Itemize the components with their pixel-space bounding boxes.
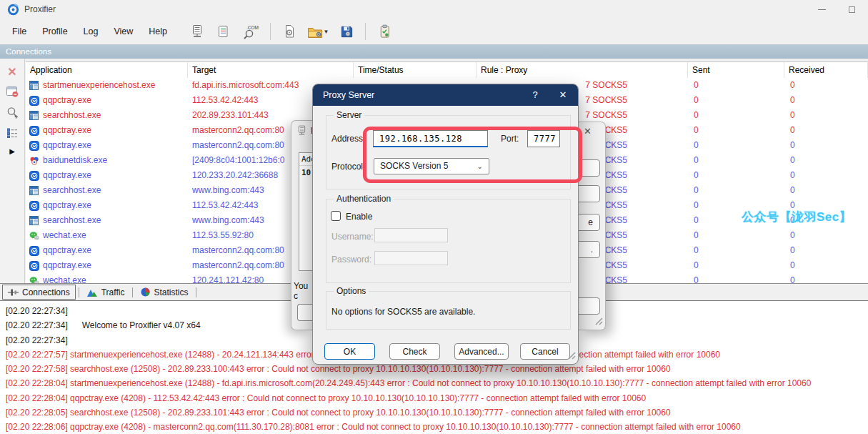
application-cell: qqpctray.exe	[26, 243, 188, 258]
advanced-button[interactable]: Advanced...	[454, 343, 509, 360]
proxy-list-entry-fragment[interactable]: 10	[299, 166, 312, 177]
rules-icon[interactable]	[375, 23, 394, 40]
application-cell: baidunetdisk.exe	[26, 153, 188, 168]
enable-auth-checkbox[interactable]	[331, 211, 341, 221]
menu-items: FileProfileLogViewHelp	[4, 24, 175, 39]
close-connections-icon[interactable]: ✕	[7, 67, 16, 77]
new-profile-icon[interactable]	[280, 23, 299, 40]
application-name: searchhost.exe	[43, 108, 101, 123]
column-header-rule-proxy[interactable]: Rule : Proxy	[477, 62, 688, 78]
application-cell: searchhost.exe	[26, 183, 188, 198]
proxy-servers-button-sliver[interactable]	[579, 297, 600, 315]
application-name: wechat.exe	[43, 273, 86, 283]
proxy-servers-icon[interactable]	[188, 23, 206, 40]
dialog-help-button[interactable]: ?	[529, 89, 541, 100]
column-header-target[interactable]: Target	[188, 62, 354, 78]
minimize-button[interactable]	[811, 3, 832, 16]
received-cell: 0	[784, 123, 868, 138]
details-list-icon[interactable]	[7, 128, 18, 138]
maximize-button[interactable]	[841, 3, 862, 16]
column-header-application[interactable]: Application	[26, 62, 188, 78]
toolbar-separator	[365, 23, 366, 40]
proxy-servers-button-sliver[interactable]: .	[579, 241, 600, 258]
cancel-button[interactable]: Cancel	[520, 343, 570, 360]
address-input[interactable]	[373, 130, 488, 147]
tab-separator	[196, 287, 196, 297]
log-icon[interactable]	[214, 23, 232, 40]
proxy-servers-button-sliver[interactable]	[297, 304, 312, 321]
application-name: qqpctray.exe	[43, 123, 91, 138]
received-cell: 0	[784, 258, 868, 273]
log-line: [02.20 22:28:05] searchhost.exe (12508) …	[0, 405, 868, 420]
menu-log[interactable]: Log	[76, 24, 106, 39]
received-cell: 0	[784, 138, 868, 153]
window-icon	[29, 111, 39, 121]
ok-button[interactable]: OK	[324, 343, 375, 360]
username-label: Username:	[331, 232, 374, 242]
proxy-servers-close-icon[interactable]: ✕	[584, 126, 592, 137]
menu-view[interactable]: View	[106, 24, 141, 39]
menu-help[interactable]: Help	[141, 24, 175, 39]
search-plus-icon[interactable]	[6, 107, 19, 119]
proxy-server-list-sliver[interactable]: Add 10	[299, 152, 312, 271]
watermark-text: 公众号【泷羽Sec】	[742, 209, 852, 225]
username-input[interactable]	[374, 228, 448, 242]
dialog-close-button[interactable]: ✕	[557, 89, 569, 100]
column-header-sent[interactable]: Sent	[688, 62, 784, 78]
enable-auth-label: Enable	[346, 212, 372, 222]
remove-window-icon[interactable]	[6, 87, 19, 97]
dialog-resize-grip-icon[interactable]	[567, 351, 576, 362]
rule-proxy-visible-fragment: CKS5	[605, 138, 627, 153]
qq-shield-icon	[29, 261, 39, 271]
sent-cell: 0	[688, 183, 784, 198]
qq-shield-icon	[29, 201, 39, 211]
menu-profile[interactable]: Profile	[34, 24, 75, 39]
received-cell: 0	[784, 273, 868, 283]
proxy-servers-button-sliver[interactable]	[579, 185, 600, 202]
protocol-dropdown[interactable]: SOCKS Version 5 ⌄	[374, 158, 489, 174]
application-cell: qqpctray.exe	[26, 198, 188, 213]
chevron-down-icon: ⌄	[477, 159, 483, 174]
log-line: [02.20 22:28:06] qqpctray.exe (4208) - m…	[0, 420, 868, 434]
resume-icon[interactable]: ▶	[9, 147, 15, 155]
open-profile-dropdown-icon[interactable]: ▼	[324, 29, 329, 35]
tab-traffic[interactable]: Traffic	[82, 285, 130, 300]
dns-lookup-icon[interactable]: .COM	[239, 23, 261, 40]
options-text: No options for SOCKS5 are available.	[331, 307, 475, 317]
rule-proxy-visible-fragment: 7 SOCKS5	[585, 108, 627, 123]
tab-separator	[132, 287, 133, 297]
tab-connections[interactable]: Connections	[2, 285, 76, 300]
button-label-fragment: e	[588, 217, 593, 227]
save-profile-icon[interactable]	[337, 23, 356, 40]
menu-file[interactable]: File	[4, 24, 34, 39]
server-group: Server	[326, 115, 571, 189]
proxy-servers-button-sliver[interactable]	[579, 159, 600, 177]
received-cell: 0	[784, 153, 868, 168]
check-button[interactable]: Check	[389, 343, 440, 360]
proxifier-logo-icon	[7, 4, 19, 16]
column-header-time-status[interactable]: Time/Status	[354, 62, 477, 78]
toolbar: .COM ▼	[188, 23, 394, 40]
resize-grip-icon[interactable]	[594, 317, 603, 327]
proxy-server-dialog: Proxy Server ? ✕ Server Address: Port: P…	[312, 84, 579, 365]
application-name: baidunetdisk.exe	[43, 153, 107, 168]
baidu-netdisk-icon	[29, 156, 39, 166]
traffic-icon	[87, 288, 98, 297]
maximize-icon	[849, 6, 855, 13]
wechat-icon	[29, 231, 39, 241]
dialog-title: Proxy Server	[323, 90, 374, 100]
proxy-servers-button-sliver[interactable]: e	[579, 214, 600, 231]
rule-proxy-visible-fragment: CKS5	[605, 183, 627, 198]
column-header-received[interactable]: Received	[784, 62, 868, 78]
password-input[interactable]	[374, 251, 448, 265]
port-input[interactable]	[527, 130, 560, 147]
statistics-icon	[141, 287, 150, 297]
proxy-servers-note-fragment: You c	[294, 281, 312, 301]
application-cell: searchhost.exe	[26, 108, 188, 123]
tab-statistics[interactable]: Statistics	[136, 285, 193, 300]
sent-cell: 0	[688, 153, 784, 168]
qq-shield-icon	[29, 171, 39, 181]
button-label-fragment: .	[591, 245, 593, 255]
tab-label: Statistics	[154, 287, 188, 297]
open-profile-icon[interactable]: ▼	[306, 23, 330, 40]
